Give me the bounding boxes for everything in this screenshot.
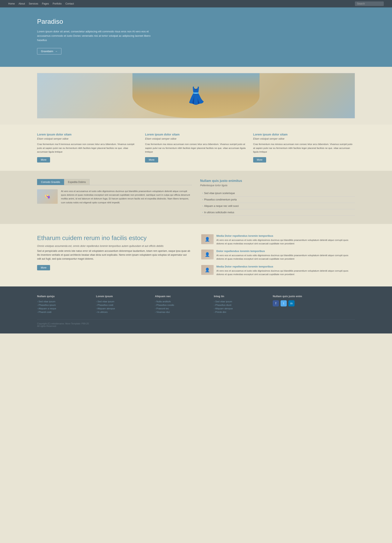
accordion-item-2[interactable]: › Phasellus condimentum porta (200, 197, 355, 203)
media-more-button[interactable]: More (37, 265, 50, 270)
footer-col1-link-2[interactable]: Phasellus ipsum (37, 304, 56, 306)
footer-col1-title: Nullam quisju (37, 295, 92, 298)
accordion-label-3: Aliquam a neque nec velit susci (204, 204, 239, 208)
media-thumb-2: 👤 (201, 249, 214, 260)
arrow-icon: → (55, 50, 57, 53)
footer-col2-link-4[interactable]: In ultrices (96, 311, 108, 313)
media-body: Sed ut perspiciatis unde omnis iste natu… (37, 249, 191, 261)
media-thumb-icon-3: 👤 (205, 267, 210, 272)
hero-image-section (0, 67, 392, 124)
hero-button[interactable]: Gravidaim → (37, 48, 61, 54)
col1-title: Lorem ipsum dolor sitam (37, 133, 139, 136)
footer-col5-title: Nullam quis justo enim (273, 295, 355, 298)
social-twitter-button[interactable]: t (281, 300, 287, 306)
col3-more-button[interactable]: More (253, 157, 266, 163)
accordion-item-1[interactable]: › Sed vitae ipsum scelerisque (200, 190, 355, 197)
nav-home[interactable]: Home (8, 2, 15, 5)
hero-image (37, 73, 355, 118)
col-item-3: Lorem ipsum dolor sitam Etiam volutpat s… (253, 133, 355, 162)
social-linkedin-button[interactable]: in (288, 300, 295, 306)
footer-col1-link-4[interactable]: Phareli coidi (37, 311, 51, 313)
tab-thumbnail: 👒 (37, 189, 58, 204)
footer-col3-link-4[interactable]: Vivamas idui (155, 311, 170, 313)
hero-section: Paradiso Lorem ipsum dolor sit amet, con… (0, 7, 392, 67)
tab-comodo[interactable]: Comodo Gravidis (37, 179, 64, 185)
media-item-body-2: At vero eos et accusamus et iusto odio d… (216, 254, 355, 261)
media-thumb-3: 👤 (201, 265, 214, 275)
media-thumb-icon-1: 👤 (205, 237, 210, 242)
accordion-label-4: In ultrices sollicitudin metus (204, 211, 234, 214)
footer-col-2: Lorem ipsum Sed vitae ipsum Phasellus co… (96, 295, 151, 314)
media-right: 👤 Media Dolor repellendus loremin tempor… (201, 234, 355, 276)
col2-body: Cras fermentum ma nisius accumsan non co… (145, 142, 247, 154)
footer-col4-link-4[interactable]: Primik dini (214, 311, 226, 313)
col2-title: Lorem ipsum dolor sitam (145, 133, 247, 136)
search-input[interactable] (355, 1, 384, 6)
nav-contact[interactable]: Contact (65, 2, 74, 5)
chevron-right-icon: › (202, 198, 203, 201)
footer-col2-link-2[interactable]: Phasellus coidi (96, 304, 113, 306)
col3-title: Lorem ipsum dolor sitam (253, 133, 355, 136)
tab-text: At vero eos et accusamus et iusto odio d… (61, 189, 192, 204)
accordion-label-1: Sed vitae ipsum scelerisque (204, 192, 235, 195)
three-cols-section: Lorem ipsum dolor sitam Etiam volutpat s… (0, 124, 392, 170)
footer-col-3: Aliquam nec Nulla anditufo Phasellus coo… (155, 295, 210, 314)
media-title: Etharum cuidem rerum ino facilis estocy (37, 234, 191, 242)
footer-col3-link-3[interactable]: Praeunit tec (155, 307, 169, 310)
tab-thumb-icon: 👒 (44, 194, 50, 199)
footer-col4-link-3[interactable]: Aliquam alenpue (214, 307, 233, 310)
media-left: Etharum cuidem rerum ino facilis estocy … (37, 234, 191, 271)
footer-col3-list: Nulla anditufo Phasellus coodis Praeunit… (155, 300, 210, 313)
col1-body: Cras fermentum ma fi tremnsus accumsan n… (37, 142, 139, 154)
footer-social: f t in (273, 300, 355, 306)
nav-services[interactable]: Services (29, 2, 38, 5)
media-item-2: 👤 Dolor repellendus loremin temporibus A… (201, 249, 355, 261)
footer-col-5: Nullam quis justo enim f t in (273, 295, 355, 314)
chevron-right-icon: › (202, 205, 203, 207)
media-item-title-3: Media Dolor repellendus loremin temporib… (216, 265, 355, 268)
nav-portfolio[interactable]: Portfolio (53, 2, 62, 5)
footer-col3-link-2[interactable]: Phasellus coodis (155, 304, 174, 306)
hero-image-box (37, 73, 355, 118)
media-section: Etharum cuidem rerum ino facilis estocy … (0, 224, 392, 287)
media-item-body-1: At vero eos et accusamus et iusto odio d… (216, 238, 355, 246)
footer-col2-link-3[interactable]: Aliquam alenpue (96, 307, 115, 310)
tab-expedita[interactable]: Expedita Dstims (64, 179, 90, 185)
nav-links: Home About Services Pages Portfolio Cont… (8, 2, 74, 5)
footer-copyright: Copyright (C) vebsitename: More Template… (37, 322, 89, 325)
nav-pages[interactable]: Pages (42, 2, 49, 5)
tabs-section: Comodo Gravidis Expedita Dstims 👒 At ver… (0, 171, 392, 224)
footer-col1-link-3[interactable]: Aliquam a neque (37, 307, 56, 310)
footer-col4-link-1[interactable]: Sed vitae ipsum (214, 300, 232, 303)
media-item-1: 👤 Media Dolor repellendus loremin tempor… (201, 234, 355, 246)
footer-grid: Nullam quisju Sed vitae ipsum Phasellus … (37, 295, 355, 314)
footer-col2-list: Sed vitae ipsum Phasellus coidi Aliquam … (96, 300, 151, 313)
col2-subtitle: Etiam volutpat semper odioe (145, 137, 247, 140)
col2-more-button[interactable]: More (145, 157, 158, 163)
footer-col2-link-1[interactable]: Sed vitae ipsum (96, 300, 114, 303)
media-subtitle: Omnis volutpas assumenda est, omnis dolo… (37, 245, 191, 248)
footer-col4-link-2[interactable]: Phasellus diunt (214, 304, 231, 306)
footer-col2-title: Lorem ipsum (96, 295, 151, 298)
media-item-text-1: Media Dolor repellendus loremin temporib… (216, 234, 355, 246)
accordion-item-3[interactable]: › Aliquam a neque nec velit susci (200, 203, 355, 209)
footer-col1-link-1[interactable]: Sed vitae ipsum (37, 300, 55, 303)
media-item-title-1: Media Dolor repellendus loremin temporib… (216, 234, 355, 237)
media-thumb-1: 👤 (201, 234, 214, 244)
media-item-body-3: At vero eos et accusamus et iusto odio d… (216, 269, 355, 276)
nav-about[interactable]: About (19, 2, 25, 5)
accordion-item-4[interactable]: › In ultrices sollicitudin metus (200, 209, 355, 216)
media-item-text-3: Media Dolor repellendus loremin temporib… (216, 265, 355, 276)
social-facebook-button[interactable]: f (273, 300, 279, 306)
media-item-title-2: Dolor repellendus loremin temporibus (216, 249, 355, 253)
footer-col-4: Integ tin Sed vitae ipsum Phasellus diun… (214, 295, 269, 314)
nav-search (355, 1, 384, 6)
chevron-right-icon: › (202, 192, 203, 194)
col1-subtitle: Etiam volutpat semper odioe (37, 137, 139, 140)
footer-col3-link-1[interactable]: Nulla anditufo (155, 300, 171, 303)
footer-bottom: Copyright (C) vebsitename: More Template… (37, 319, 355, 327)
tabs-right: Nullam quis justo enimitus Pellentesque … (200, 179, 355, 216)
media-item-3: 👤 Media Dolor repellendus loremin tempor… (201, 265, 355, 276)
hero-title: Paradiso (37, 18, 355, 25)
col1-more-button[interactable]: More (37, 157, 50, 163)
